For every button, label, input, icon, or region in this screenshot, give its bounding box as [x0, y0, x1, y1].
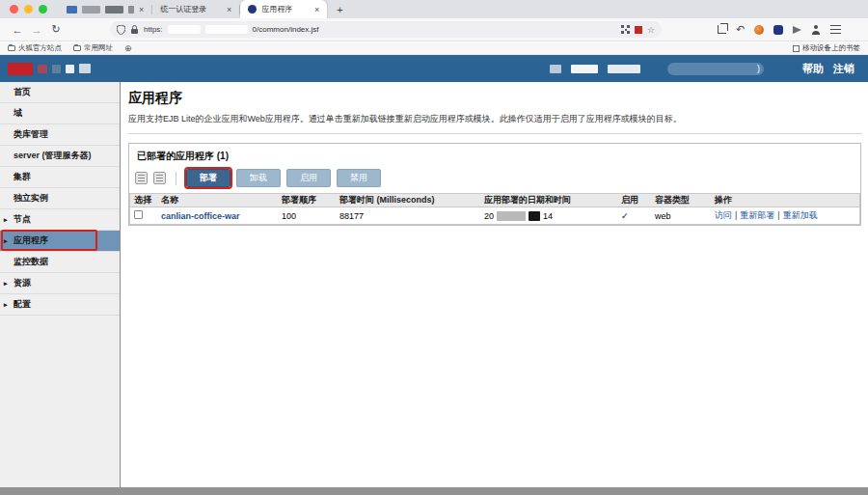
bookmarks-bar: 火狐官方站点 常用网址 ⊕ 移动设备上的书签	[0, 42, 868, 55]
sidebar-item-resources[interactable]: ▸ 资源	[0, 273, 120, 294]
row-checkbox[interactable]	[134, 210, 143, 219]
qr-extension-icon[interactable]	[621, 25, 630, 34]
address-bar[interactable]: https: 0/common/index.jsf ☆	[110, 21, 662, 38]
expand-arrow-icon: ▸	[4, 280, 10, 288]
redacted-block	[205, 25, 248, 34]
bookmark-folder-common[interactable]: 常用网址	[73, 43, 113, 53]
sidebar-item-label: 配置	[14, 298, 31, 311]
orange-extension-icon[interactable]	[754, 25, 764, 35]
close-window-button[interactable]	[10, 5, 18, 14]
sidebar-item-server[interactable]: server (管理服务器)	[0, 146, 120, 167]
row-select-cell	[130, 210, 157, 221]
sidebar-item-label: 节点	[14, 213, 31, 226]
select-all-icon[interactable]	[135, 172, 148, 184]
column-header-deploy-date: 应用部署的日期和时间	[480, 194, 617, 206]
sidebar-item-applications[interactable]: ▸ 应用程序	[0, 231, 120, 252]
undo-icon[interactable]: ↶	[736, 23, 745, 36]
disable-button[interactable]: 禁用	[337, 169, 381, 187]
deselect-all-icon[interactable]	[153, 172, 166, 184]
window-bottom-strip	[0, 487, 868, 495]
sidebar-item-label: 首页	[14, 86, 31, 98]
sidebar-item-label: 域	[14, 107, 22, 120]
applications-table: 选择 名称 部署顺序 部署时间 (Milliseconds) 应用部署的日期和时…	[129, 193, 860, 225]
enable-button[interactable]: 启用	[286, 169, 331, 187]
tab-redacted[interactable]: ×	[59, 0, 151, 18]
tab-applications-active[interactable]: 应用程序 ×	[240, 0, 327, 18]
new-tab-button[interactable]: +	[327, 4, 352, 15]
close-tab-icon[interactable]: ×	[314, 5, 319, 14]
content-area: 应用程序 应用支持EJB Lite的企业应用和Web应用程序。通过单击重新加载链…	[121, 82, 868, 487]
bookmark-label: 常用网址	[84, 43, 113, 53]
launch-link[interactable]: 访问	[715, 210, 732, 220]
row-container-type-cell: web	[651, 211, 711, 221]
deploy-button-label: 部署	[200, 173, 217, 182]
browser-window: × 统一认证登录 × 应用程序 × + ← → ↻ https:	[0, 0, 868, 495]
sidebar-item-home[interactable]: 首页	[0, 82, 120, 103]
undeploy-button[interactable]: 卸载	[236, 169, 281, 187]
reload-link[interactable]: 重新加载	[783, 210, 818, 220]
redeploy-link[interactable]: 重新部署	[740, 210, 774, 220]
row-deploy-order-cell: 100	[278, 211, 336, 221]
redacted-logo-block	[8, 63, 33, 75]
row-name-cell: canlian-coffice-war	[157, 211, 278, 221]
sidebar-item-nodes[interactable]: ▸ 节点	[0, 209, 120, 231]
application-name-link[interactable]: canlian-coffice-war	[161, 211, 240, 221]
toolbar-icons: ↶	[718, 23, 841, 36]
navigation-sidebar: 首页 域 类库管理 server (管理服务器) 集群 独立实例	[0, 82, 121, 487]
redacted-block	[128, 6, 134, 14]
globe-icon[interactable]: ⊕	[124, 43, 132, 53]
tab-bar: × 统一认证登录 × 应用程序 × +	[0, 0, 868, 18]
logout-link[interactable]: 注销	[833, 62, 854, 76]
maximize-window-button[interactable]	[39, 5, 47, 14]
tab-sso-login[interactable]: 统一认证登录 ×	[152, 0, 239, 18]
action-separator: |	[735, 210, 737, 220]
expand-arrow-icon: ▸	[4, 216, 10, 224]
back-button[interactable]: ←	[8, 24, 27, 36]
sidebar-item-clusters[interactable]: 集群	[0, 167, 120, 188]
blue-extension-icon[interactable]	[773, 25, 783, 35]
deploy-button[interactable]: 部署	[186, 169, 231, 187]
redacted-block	[550, 65, 561, 73]
sidebar-item-configuration[interactable]: ▸ 配置	[0, 294, 120, 316]
sidebar-item-library-management[interactable]: 类库管理	[0, 124, 120, 146]
actions-toolbar: 部署 卸载 启用 禁用	[129, 167, 860, 193]
page-description: 应用支持EJB Lite的企业应用和Web应用程序。通过单击重新加载链接重新启动…	[128, 113, 862, 125]
row-deploy-time-cell: 88177	[336, 211, 480, 221]
redacted-block	[105, 6, 123, 14]
macos-window-controls	[0, 5, 59, 14]
table-header-row: 选择 名称 部署顺序 部署时间 (Milliseconds) 应用部署的日期和时…	[130, 194, 859, 207]
close-tab-icon[interactable]: ×	[139, 5, 144, 14]
sidebar-item-standalone-instances[interactable]: 独立实例	[0, 188, 120, 209]
minimize-window-button[interactable]	[24, 5, 33, 14]
sidebar-item-monitoring-data[interactable]: 监控数据	[0, 252, 120, 273]
menu-hamburger-icon[interactable]	[830, 29, 841, 31]
sidebar-item-domain[interactable]: 域	[0, 103, 120, 124]
url-scheme: https:	[144, 25, 163, 34]
account-icon[interactable]	[811, 25, 821, 35]
redacted-logo-block	[66, 65, 74, 73]
tab-title: 应用程序	[261, 4, 292, 14]
bookmark-folder-firefox[interactable]: 火狐官方站点	[8, 43, 62, 53]
sidebar-item-label: 应用程序	[14, 234, 48, 247]
bookmark-star-icon[interactable]: ☆	[647, 25, 655, 35]
redacted-block	[168, 25, 201, 34]
reload-button[interactable]: ↻	[46, 23, 66, 36]
help-link[interactable]: 帮助	[802, 62, 824, 76]
table-row: canlian-coffice-war 100 88177 20 14 ✓	[130, 207, 859, 225]
sidebar-item-label: 独立实例	[14, 192, 48, 205]
main-layout: 首页 域 类库管理 server (管理服务器) 集群 独立实例	[0, 82, 868, 487]
mobile-bookmarks-folder[interactable]: 移动设备上的书签	[793, 43, 860, 53]
screenshot-icon[interactable]	[718, 25, 726, 34]
redacted-block	[571, 65, 598, 73]
tracking-shield-icon[interactable]	[117, 25, 125, 35]
row-actions-cell: 访问|重新部署|重新加载	[711, 209, 859, 222]
forward-button[interactable]: →	[27, 24, 46, 36]
column-header-container-type: 容器类型	[651, 194, 711, 206]
close-tab-icon[interactable]: ×	[227, 5, 231, 14]
page-title: 应用程序	[128, 90, 862, 107]
lock-icon[interactable]	[130, 25, 139, 35]
redacted-block	[497, 211, 526, 221]
sidebar-send-icon[interactable]	[793, 26, 801, 34]
red-extension-icon[interactable]	[635, 26, 642, 34]
expand-arrow-icon: ▸	[4, 301, 10, 309]
